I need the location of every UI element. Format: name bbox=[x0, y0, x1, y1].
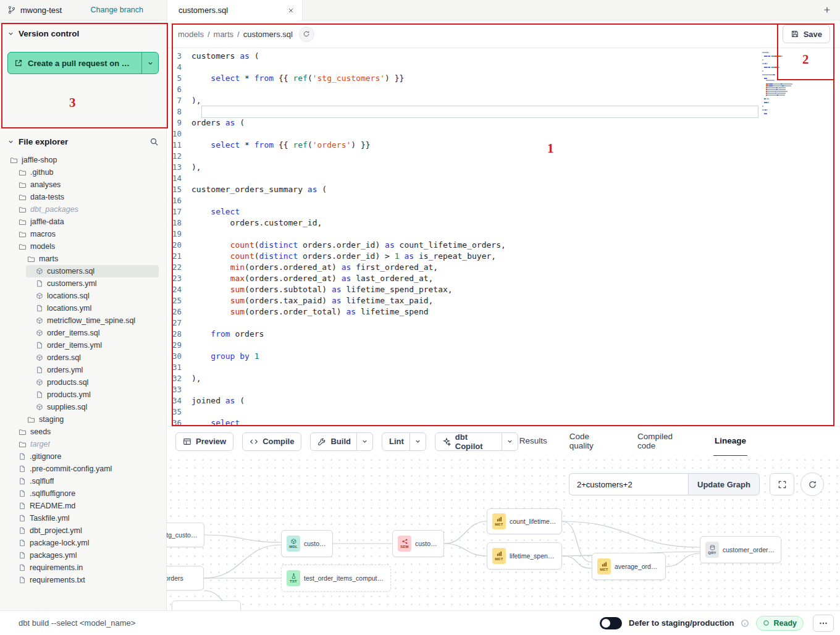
pr-dropdown-toggle[interactable] bbox=[141, 53, 158, 74]
code-line-31[interactable]: 31 bbox=[167, 362, 840, 373]
code-line-36[interactable]: 36 select bbox=[167, 418, 840, 426]
tree-file-.sqlfluffignore[interactable]: .sqlfluffignore bbox=[7, 487, 159, 500]
code-line-35[interactable]: 35 bbox=[167, 406, 840, 418]
create-pull-request-button[interactable]: Create a pull request on Git... bbox=[7, 52, 159, 74]
tree-file-order_items.sql[interactable]: order_items.sql bbox=[7, 327, 159, 339]
tree-folder-staging[interactable]: staging bbox=[7, 413, 159, 426]
lineage-node-customers[interactable]: SEMcustomers bbox=[392, 530, 444, 557]
code-editor[interactable]: 3customers as (45 select * from {{ ref('… bbox=[167, 48, 840, 426]
editor-tab-customers-sql[interactable]: customers.sql bbox=[167, 0, 303, 20]
code-line-11[interactable]: 11 select * from {{ ref('orders') }} bbox=[167, 140, 840, 151]
code-line-6[interactable]: 6 bbox=[167, 84, 840, 95]
add-tab-button[interactable] bbox=[823, 6, 831, 14]
tree-file-products.yml[interactable]: products.yml bbox=[7, 389, 159, 401]
code-line-23[interactable]: 23 max(orders.ordered_at) as last_ordere… bbox=[167, 273, 840, 284]
defer-toggle[interactable] bbox=[600, 617, 622, 629]
fullscreen-button[interactable] bbox=[770, 473, 794, 495]
lineage-node-lifetime_spend_pretax[interactable]: METlifetime_spend_pretax bbox=[487, 542, 562, 570]
tree-file-locations.sql[interactable]: locations.sql bbox=[7, 290, 159, 302]
tree-folder-models[interactable]: models bbox=[7, 240, 159, 253]
code-line-7[interactable]: 7), bbox=[167, 95, 840, 106]
code-line-15[interactable]: 15customer_orders_summary as ( bbox=[167, 184, 840, 195]
code-line-30[interactable]: 30 group by 1 bbox=[167, 351, 840, 362]
code-line-14[interactable]: 14 bbox=[167, 173, 840, 184]
tree-file-packages.yml[interactable]: packages.yml bbox=[7, 549, 159, 561]
editor-refresh-button[interactable] bbox=[299, 27, 314, 42]
tree-file-requirements.txt[interactable]: requirements.txt bbox=[7, 574, 159, 586]
lineage-node-customers[interactable]: MDLcustomers bbox=[281, 530, 333, 557]
refresh-graph-button[interactable] bbox=[800, 473, 824, 496]
code-line-8[interactable]: 8 bbox=[167, 106, 840, 117]
code-line-4[interactable]: 4 bbox=[167, 62, 840, 73]
lineage-node-count_lifetime_orders[interactable]: METcount_lifetime_orders bbox=[487, 508, 562, 534]
code-line-18[interactable]: 18 orders.customer_id, bbox=[167, 217, 840, 229]
tree-file-Taskfile.yml[interactable]: Taskfile.yml bbox=[7, 512, 159, 524]
tree-file-customers.yml[interactable]: customers.yml bbox=[7, 277, 159, 290]
code-line-34[interactable]: 34joined as ( bbox=[167, 395, 840, 406]
tree-file-customers.sql[interactable]: customers.sql bbox=[26, 265, 159, 277]
tree-file-.sqlfluff[interactable]: .sqlfluff bbox=[7, 475, 159, 487]
tree-file-requirements.in[interactable]: requirements.in bbox=[7, 561, 159, 574]
code-line-27[interactable]: 27 bbox=[167, 318, 840, 329]
code-line-32[interactable]: 32), bbox=[167, 373, 840, 384]
code-line-26[interactable]: 26 sum(orders.order_total) as lifetime_s… bbox=[167, 306, 840, 318]
tree-file-locations.yml[interactable]: locations.yml bbox=[7, 302, 159, 314]
build-button[interactable]: Build bbox=[310, 432, 373, 451]
code-line-13[interactable]: 13), bbox=[167, 162, 840, 173]
compile-button[interactable]: Compile bbox=[242, 432, 301, 451]
minimap[interactable] bbox=[762, 52, 819, 115]
chevron-down-icon[interactable] bbox=[410, 433, 426, 450]
tree-file-metricflow_time_spine.sql[interactable]: metricflow_time_spine.sql bbox=[7, 314, 159, 327]
tree-file-supplies.sql[interactable]: supplies.sql bbox=[7, 401, 159, 413]
tree-folder-analyses[interactable]: analyses bbox=[7, 179, 159, 191]
code-line-33[interactable]: 33 bbox=[167, 384, 840, 395]
lineage-node-test_order_items_compute_to_bools...[interactable]: TSTtest_order_items_compute_to_bools... bbox=[281, 565, 391, 592]
lineage-node-stg_customers[interactable]: MDLstg_customers bbox=[167, 523, 204, 547]
code-line-19[interactable]: 19 bbox=[167, 229, 840, 240]
search-icon[interactable] bbox=[149, 137, 159, 146]
chevron-down-icon[interactable] bbox=[7, 138, 14, 145]
tab-results[interactable]: Results bbox=[518, 427, 548, 456]
save-button[interactable]: Save bbox=[783, 25, 830, 43]
tree-file-package-lock.yml[interactable]: package-lock.yml bbox=[7, 537, 159, 549]
tree-file-orders.sql[interactable]: orders.sql bbox=[7, 351, 159, 364]
lineage-node-average_order_value[interactable]: METaverage_order_value bbox=[592, 553, 666, 580]
code-line-12[interactable]: 12 bbox=[167, 151, 840, 162]
lineage-selector-input[interactable] bbox=[569, 473, 688, 495]
tree-file-orders.yml[interactable]: orders.yml bbox=[7, 364, 159, 376]
lineage-node-orders[interactable]: MDLorders bbox=[167, 566, 204, 591]
change-branch-link[interactable]: Change branch bbox=[91, 6, 143, 14]
code-line-9[interactable]: 9orders as ( bbox=[167, 117, 840, 128]
tree-folder-.github[interactable]: .github bbox=[7, 166, 159, 179]
code-line-28[interactable]: 28 from orders bbox=[167, 329, 840, 340]
code-line-25[interactable]: 25 sum(orders.tax_paid) as lifetime_tax_… bbox=[167, 295, 840, 306]
lineage-node-customer_order_metrics[interactable]: QRYcustomer_order_metrics bbox=[700, 536, 781, 563]
tree-folder-marts[interactable]: marts bbox=[7, 253, 159, 265]
chevron-down-icon[interactable] bbox=[356, 433, 372, 450]
code-line-3[interactable]: 3customers as ( bbox=[167, 51, 840, 62]
code-line-20[interactable]: 20 count(distinct orders.order_id) as co… bbox=[167, 240, 840, 251]
tree-file-README.md[interactable]: README.md bbox=[7, 500, 159, 512]
chevron-down-icon[interactable] bbox=[502, 433, 518, 450]
info-icon[interactable] bbox=[741, 619, 749, 628]
tree-file-.gitignore[interactable]: .gitignore bbox=[7, 450, 159, 463]
chevron-down-icon[interactable] bbox=[7, 30, 14, 37]
code-line-24[interactable]: 24 sum(orders.subtotal) as lifetime_spen… bbox=[167, 284, 840, 295]
preview-button[interactable]: Preview bbox=[175, 432, 233, 451]
tab-compiled-code[interactable]: Compiled code bbox=[636, 427, 694, 456]
code-line-21[interactable]: 21 count(distinct orders.order_id) > 1 a… bbox=[167, 251, 840, 262]
code-line-5[interactable]: 5 select * from {{ ref('stg_customers') … bbox=[167, 73, 840, 84]
tree-folder-seeds[interactable]: seeds bbox=[7, 426, 159, 438]
tree-folder-dbt_packages[interactable]: dbt_packages bbox=[7, 203, 159, 216]
dbt-copilot-button[interactable]: dbt Copilot bbox=[435, 432, 518, 451]
update-graph-button[interactable]: Update Graph bbox=[688, 473, 760, 495]
tree-file-dbt_project.yml[interactable]: dbt_project.yml bbox=[7, 524, 159, 537]
tab-lineage[interactable]: Lineage bbox=[713, 427, 747, 456]
tree-folder-data-tests[interactable]: data-tests bbox=[7, 191, 159, 203]
tree-folder-macros[interactable]: macros bbox=[7, 228, 159, 240]
close-icon[interactable] bbox=[287, 7, 295, 14]
code-line-29[interactable]: 29 bbox=[167, 340, 840, 351]
tree-file-order_items.yml[interactable]: order_items.yml bbox=[7, 339, 159, 351]
tab-code-quality[interactable]: Code quality bbox=[568, 427, 616, 456]
tree-folder-jaffle-data[interactable]: jaffle-data bbox=[7, 216, 159, 228]
